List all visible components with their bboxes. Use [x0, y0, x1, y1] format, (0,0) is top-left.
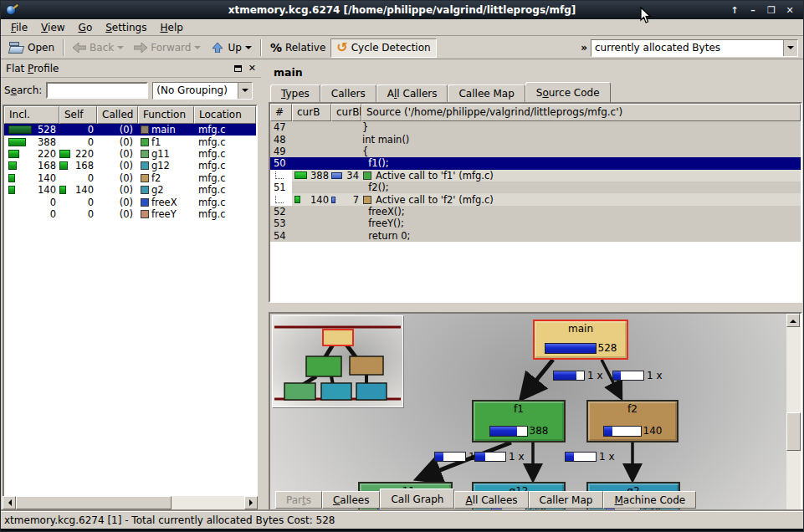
window-title: xtmemory.kcg.6274 [/home/philippe/valgri…: [1, 4, 803, 16]
relative-toggle-button[interactable]: % Relative: [265, 38, 330, 58]
source-header: # curB curBk Source ('/home/philippe/val…: [270, 104, 801, 121]
column-header-curbk[interactable]: curBk: [331, 104, 361, 121]
minimize-button[interactable]: –: [746, 3, 760, 17]
event-type-value: currently allocated Bytes: [591, 42, 783, 54]
menu-settings[interactable]: Settings: [99, 20, 153, 35]
source-line[interactable]: 48 int main(): [270, 133, 801, 145]
grouping-combobox[interactable]: (No Grouping): [152, 82, 253, 100]
cost-bar: [603, 426, 642, 437]
source-line-selected[interactable]: 50 f1();: [270, 157, 801, 169]
source-line[interactable]: 49 {: [270, 146, 801, 157]
function-color-icon: [141, 161, 149, 170]
tab-parts[interactable]: Parts: [275, 491, 322, 509]
up-button[interactable]: Up: [206, 38, 256, 58]
graph-node-f2[interactable]: f2 140: [586, 400, 679, 442]
function-color-icon: [363, 196, 371, 204]
tab-all-callees[interactable]: All Callees: [454, 491, 528, 509]
tab-machine-code[interactable]: Machine Code: [603, 491, 696, 509]
tree-branch-icon: [275, 171, 284, 179]
column-header-curb[interactable]: curB: [292, 104, 331, 121]
column-header-function[interactable]: Function: [138, 106, 194, 124]
graph-node-f1[interactable]: f1 388: [472, 400, 566, 442]
function-color-icon: [141, 125, 149, 134]
tab-callers[interactable]: Callers: [320, 84, 376, 102]
window-bottom-edge: [1, 529, 803, 531]
grouping-value: (No Grouping): [153, 84, 238, 96]
back-button[interactable]: Back: [68, 38, 129, 58]
column-header-incl[interactable]: Incl.: [4, 106, 59, 124]
tab-caller-map[interactable]: Caller Map: [529, 491, 604, 509]
menu-go[interactable]: Go: [72, 20, 100, 35]
column-header-line[interactable]: #: [270, 104, 292, 121]
column-header-self[interactable]: Self: [59, 106, 97, 124]
column-header-source[interactable]: Source ('/home/philippe/valgrind/littlep…: [361, 104, 801, 121]
graph-overview-minimap[interactable]: [272, 315, 403, 407]
scrollbar-thumb[interactable]: [786, 412, 801, 451]
open-button[interactable]: Open: [4, 38, 59, 58]
mouse-cursor: [640, 7, 652, 24]
close-dock-icon[interactable]: ✕: [248, 63, 256, 74]
tab-callee-map[interactable]: Callee Map: [448, 84, 525, 102]
forward-dropdown-icon: [194, 46, 201, 53]
app-icon: [5, 3, 18, 17]
scroll-up-button[interactable]: [786, 314, 800, 327]
table-row-f1[interactable]: 388 0 (0) f1 mfg.c: [4, 136, 256, 147]
cycle-detection-icon: ↺: [336, 43, 347, 53]
cycle-detection-toggle-button[interactable]: ↺ Cycle Detection: [330, 38, 436, 58]
search-label: Search:: [4, 84, 42, 96]
tab-all-callers[interactable]: All Callers: [376, 84, 448, 102]
status-text: xtmemory.kcg.6274 [1] - Total currently …: [4, 514, 335, 526]
close-button[interactable]: ✕: [783, 3, 796, 17]
tab-callees[interactable]: Callees: [322, 491, 380, 509]
combo-dropdown-button[interactable]: [238, 83, 252, 99]
dock-header[interactable]: Flat Profile ✕: [1, 59, 261, 78]
forward-button[interactable]: Forward: [129, 38, 206, 58]
toolbar-separator: [260, 39, 262, 56]
tab-source-code[interactable]: Source Code: [525, 82, 611, 102]
float-dock-icon[interactable]: [234, 65, 242, 72]
scrollbar-thumb[interactable]: [16, 496, 172, 509]
function-tabs: Types Callers All Callers Callee Map Sou…: [270, 82, 611, 102]
menu-view[interactable]: View: [34, 20, 71, 35]
source-line[interactable]: 51 f2();: [270, 182, 801, 193]
event-type-combobox[interactable]: currently allocated Bytes: [591, 39, 798, 57]
table-row-freeY[interactable]: 0 0 (0) freeY mfg.c: [4, 208, 256, 220]
table-row-main[interactable]: 528 0 (0) main mfg.c: [4, 124, 256, 136]
scroll-right-button[interactable]: [244, 496, 258, 509]
table-row-g11[interactable]: 220 220 (0) g11 mfg.c: [4, 148, 256, 160]
search-input[interactable]: [46, 82, 148, 99]
table-row-f2[interactable]: 140 0 (0) f2 mfg.c: [4, 172, 256, 184]
source-filler: [270, 242, 801, 258]
table-row-g2[interactable]: 140 140 (0) g2 mfg.c: [4, 184, 256, 196]
back-arrow-icon: [73, 43, 86, 53]
source-call-line-f1[interactable]: 388 34 Active call to 'f1' (mfg.c): [270, 170, 801, 182]
search-row: Search: (No Grouping): [1, 78, 261, 103]
table-row-g12[interactable]: 168 168 (0) g12 mfg.c: [4, 160, 256, 171]
toolbar-overflow-button[interactable]: »: [581, 42, 591, 54]
vertical-splitter[interactable]: [261, 59, 267, 511]
source-call-line-f2[interactable]: 140 7 Active call to 'f2' (mfg.c): [270, 193, 801, 205]
source-line[interactable]: 53 freeY();: [270, 217, 801, 229]
graph-node-main[interactable]: main 528: [533, 320, 628, 360]
column-header-called[interactable]: Called: [97, 106, 138, 124]
keep-above-button[interactable]: ↑: [728, 3, 741, 17]
column-header-location[interactable]: Location: [194, 106, 256, 124]
scroll-left-button[interactable]: [3, 496, 16, 509]
table-row-freeX[interactable]: 0 0 (0) freeX mfg.c: [4, 196, 256, 207]
menu-bar: File View Go Settings Help: [1, 19, 803, 36]
menu-file[interactable]: File: [4, 20, 34, 35]
source-line[interactable]: 47 }: [270, 121, 801, 133]
graph-vscrollbar[interactable]: [786, 314, 801, 532]
tree-branch-icon: [275, 196, 284, 203]
tab-call-graph[interactable]: Call Graph: [380, 489, 454, 509]
horizontal-splitter[interactable]: [267, 303, 804, 312]
source-line[interactable]: 54 return 0;: [270, 230, 801, 242]
title-bar[interactable]: xtmemory.kcg.6274 [/home/philippe/valgri…: [1, 1, 803, 19]
chevron-down-icon: [242, 89, 248, 95]
menu-help[interactable]: Help: [153, 20, 189, 35]
flat-profile-hscrollbar[interactable]: [3, 496, 258, 509]
source-line[interactable]: 52 freeX();: [270, 206, 801, 217]
combo-dropdown-button[interactable]: [783, 40, 797, 56]
tab-types[interactable]: Types: [270, 84, 320, 102]
maximize-button[interactable]: ❒: [765, 3, 778, 17]
